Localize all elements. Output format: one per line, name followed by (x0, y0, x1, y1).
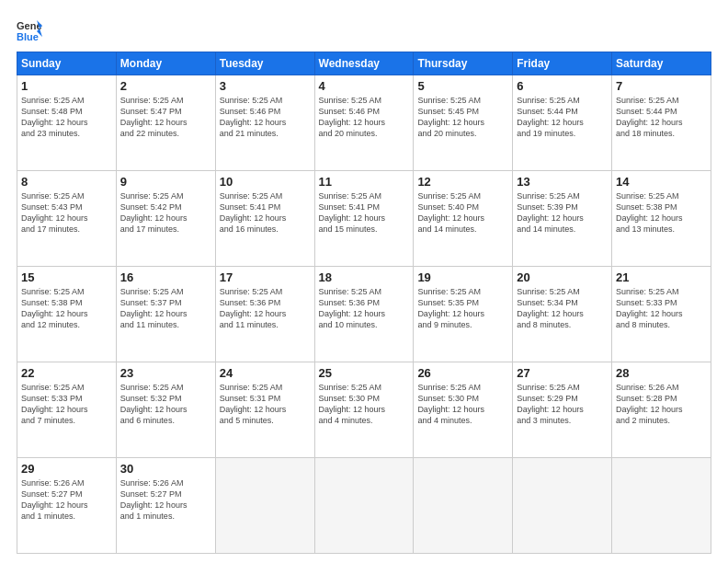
calendar-cell: 16 Sunrise: 5:25 AMSunset: 5:37 PMDaylig… (116, 267, 215, 362)
weekday-header-sunday: Sunday (17, 52, 117, 75)
calendar-week-4: 22 Sunrise: 5:25 AMSunset: 5:33 PMDaylig… (17, 362, 711, 458)
weekday-header-friday: Friday (513, 52, 612, 75)
calendar-cell (612, 458, 711, 554)
day-number: 13 (517, 175, 608, 189)
day-number: 7 (616, 79, 707, 93)
day-info: Sunrise: 5:25 AMSunset: 5:31 PMDaylight:… (220, 383, 287, 425)
day-number: 16 (120, 270, 211, 284)
weekday-header-monday: Monday (116, 52, 215, 75)
weekday-header-wednesday: Wednesday (314, 52, 414, 75)
calendar-cell (215, 458, 314, 554)
day-number: 12 (417, 175, 508, 189)
day-info: Sunrise: 5:25 AMSunset: 5:45 PMDaylight:… (417, 96, 484, 138)
calendar-cell: 6 Sunrise: 5:25 AMSunset: 5:44 PMDayligh… (513, 75, 612, 171)
day-info: Sunrise: 5:25 AMSunset: 5:35 PMDaylight:… (417, 287, 484, 329)
calendar-cell: 12 Sunrise: 5:25 AMSunset: 5:40 PMDaylig… (414, 171, 513, 267)
day-info: Sunrise: 5:25 AMSunset: 5:40 PMDaylight:… (417, 191, 484, 234)
day-number: 24 (220, 366, 311, 380)
day-info: Sunrise: 5:25 AMSunset: 5:34 PMDaylight:… (517, 287, 584, 329)
weekday-header-saturday: Saturday (612, 52, 711, 75)
day-number: 1 (21, 79, 112, 93)
day-number: 18 (319, 270, 410, 284)
day-number: 25 (319, 366, 410, 380)
svg-text:Blue: Blue (17, 31, 39, 42)
day-info: Sunrise: 5:25 AMSunset: 5:46 PMDaylight:… (220, 96, 287, 138)
weekday-header-tuesday: Tuesday (215, 52, 314, 75)
day-info: Sunrise: 5:26 AMSunset: 5:27 PMDaylight:… (120, 478, 188, 521)
day-number: 21 (616, 270, 707, 284)
calendar-cell (314, 458, 414, 554)
day-number: 19 (417, 270, 508, 284)
day-number: 9 (120, 175, 211, 189)
day-number: 26 (417, 366, 508, 380)
day-number: 6 (517, 79, 608, 93)
day-number: 4 (319, 79, 410, 93)
calendar-cell: 4 Sunrise: 5:25 AMSunset: 5:46 PMDayligh… (314, 75, 414, 171)
day-info: Sunrise: 5:25 AMSunset: 5:37 PMDaylight:… (120, 287, 188, 329)
calendar-cell: 26 Sunrise: 5:25 AMSunset: 5:30 PMDaylig… (414, 362, 513, 458)
calendar-cell: 8 Sunrise: 5:25 AMSunset: 5:43 PMDayligh… (17, 171, 117, 267)
calendar-cell: 20 Sunrise: 5:25 AMSunset: 5:34 PMDaylig… (513, 267, 612, 362)
header: General Blue (17, 17, 711, 42)
day-info: Sunrise: 5:25 AMSunset: 5:39 PMDaylight:… (517, 191, 584, 234)
day-info: Sunrise: 5:25 AMSunset: 5:30 PMDaylight:… (417, 383, 484, 425)
day-number: 3 (220, 79, 311, 93)
calendar-cell: 22 Sunrise: 5:25 AMSunset: 5:33 PMDaylig… (17, 362, 117, 458)
calendar-cell: 30 Sunrise: 5:26 AMSunset: 5:27 PMDaylig… (116, 458, 215, 554)
day-info: Sunrise: 5:25 AMSunset: 5:36 PMDaylight:… (220, 287, 287, 329)
calendar-cell: 2 Sunrise: 5:25 AMSunset: 5:47 PMDayligh… (116, 75, 215, 171)
calendar-cell: 29 Sunrise: 5:26 AMSunset: 5:27 PMDaylig… (17, 458, 117, 554)
logo-icon: General Blue (17, 17, 42, 42)
calendar-week-3: 15 Sunrise: 5:25 AMSunset: 5:38 PMDaylig… (17, 267, 711, 362)
calendar-cell: 15 Sunrise: 5:25 AMSunset: 5:38 PMDaylig… (17, 267, 117, 362)
calendar-cell: 18 Sunrise: 5:25 AMSunset: 5:36 PMDaylig… (314, 267, 414, 362)
weekday-header-row: SundayMondayTuesdayWednesdayThursdayFrid… (17, 52, 711, 75)
calendar-cell: 5 Sunrise: 5:25 AMSunset: 5:45 PMDayligh… (414, 75, 513, 171)
logo: General Blue (17, 17, 46, 42)
calendar-cell: 27 Sunrise: 5:25 AMSunset: 5:29 PMDaylig… (513, 362, 612, 458)
day-info: Sunrise: 5:25 AMSunset: 5:46 PMDaylight:… (319, 96, 386, 138)
day-number: 22 (21, 366, 112, 380)
day-number: 10 (220, 175, 311, 189)
day-number: 28 (616, 366, 707, 380)
calendar-cell: 14 Sunrise: 5:25 AMSunset: 5:38 PMDaylig… (612, 171, 711, 267)
calendar-cell: 3 Sunrise: 5:25 AMSunset: 5:46 PMDayligh… (215, 75, 314, 171)
calendar-cell: 11 Sunrise: 5:25 AMSunset: 5:41 PMDaylig… (314, 171, 414, 267)
day-info: Sunrise: 5:25 AMSunset: 5:43 PMDaylight:… (21, 191, 88, 234)
calendar-week-2: 8 Sunrise: 5:25 AMSunset: 5:43 PMDayligh… (17, 171, 711, 267)
day-info: Sunrise: 5:25 AMSunset: 5:32 PMDaylight:… (120, 383, 188, 425)
day-info: Sunrise: 5:26 AMSunset: 5:27 PMDaylight:… (21, 478, 88, 521)
weekday-header-thursday: Thursday (414, 52, 513, 75)
day-info: Sunrise: 5:26 AMSunset: 5:28 PMDaylight:… (616, 383, 683, 425)
day-number: 20 (517, 270, 608, 284)
day-number: 29 (21, 462, 112, 476)
day-info: Sunrise: 5:25 AMSunset: 5:42 PMDaylight:… (120, 191, 188, 234)
calendar-cell: 28 Sunrise: 5:26 AMSunset: 5:28 PMDaylig… (612, 362, 711, 458)
day-info: Sunrise: 5:25 AMSunset: 5:44 PMDaylight:… (517, 96, 584, 138)
day-info: Sunrise: 5:25 AMSunset: 5:44 PMDaylight:… (616, 96, 683, 138)
day-number: 8 (21, 175, 112, 189)
calendar-week-5: 29 Sunrise: 5:26 AMSunset: 5:27 PMDaylig… (17, 458, 711, 554)
day-number: 27 (517, 366, 608, 380)
calendar-cell: 1 Sunrise: 5:25 AMSunset: 5:48 PMDayligh… (17, 75, 117, 171)
calendar-table: SundayMondayTuesdayWednesdayThursdayFrid… (17, 52, 711, 554)
day-number: 23 (120, 366, 211, 380)
day-info: Sunrise: 5:25 AMSunset: 5:48 PMDaylight:… (21, 96, 88, 138)
day-info: Sunrise: 5:25 AMSunset: 5:33 PMDaylight:… (616, 287, 683, 329)
calendar-cell: 19 Sunrise: 5:25 AMSunset: 5:35 PMDaylig… (414, 267, 513, 362)
day-number: 11 (319, 175, 410, 189)
calendar-cell: 7 Sunrise: 5:25 AMSunset: 5:44 PMDayligh… (612, 75, 711, 171)
calendar-cell: 13 Sunrise: 5:25 AMSunset: 5:39 PMDaylig… (513, 171, 612, 267)
calendar-week-1: 1 Sunrise: 5:25 AMSunset: 5:48 PMDayligh… (17, 75, 711, 171)
day-info: Sunrise: 5:25 AMSunset: 5:36 PMDaylight:… (319, 287, 386, 329)
day-number: 30 (120, 462, 211, 476)
day-info: Sunrise: 5:25 AMSunset: 5:33 PMDaylight:… (21, 383, 88, 425)
day-info: Sunrise: 5:25 AMSunset: 5:41 PMDaylight:… (319, 191, 386, 234)
day-info: Sunrise: 5:25 AMSunset: 5:41 PMDaylight:… (220, 191, 287, 234)
page: General Blue SundayMondayTuesdayWednesda… (0, 0, 728, 563)
day-info: Sunrise: 5:25 AMSunset: 5:30 PMDaylight:… (319, 383, 386, 425)
calendar-body: 1 Sunrise: 5:25 AMSunset: 5:48 PMDayligh… (17, 75, 711, 554)
day-number: 14 (616, 175, 707, 189)
calendar-cell: 21 Sunrise: 5:25 AMSunset: 5:33 PMDaylig… (612, 267, 711, 362)
day-number: 2 (120, 79, 211, 93)
